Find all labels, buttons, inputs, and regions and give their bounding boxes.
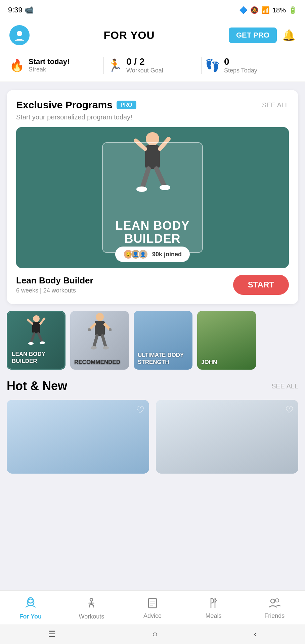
programs-see-all[interactable]: SEE ALL (262, 101, 289, 109)
bottom-navigation: For You Workouts Advice (0, 590, 305, 624)
pro-badge: PRO (117, 101, 136, 109)
workouts-icon (85, 596, 97, 608)
program-footer: Lean Body Builder 6 weeks | 24 workouts … (16, 275, 289, 295)
start-program-button[interactable]: START (233, 275, 289, 295)
header: FOR YOU GET PRO 🔔 (0, 20, 305, 50)
stat-divider-2 (201, 57, 202, 74)
hot-new-card-1[interactable]: ♡ (7, 400, 149, 474)
nav-for-you-label: For You (19, 613, 42, 620)
android-home-button[interactable]: ○ (152, 629, 158, 639)
hot-new-section: Hot & New SEE ALL ♡ ♡ (0, 379, 305, 474)
advice-icon (146, 597, 159, 609)
featured-inner-card: LEAN BODY BUILDER (102, 142, 203, 253)
workout-goal-stat: 🏃 0 / 2 Workout Goal (107, 56, 198, 74)
nav-friends-label: Friends (264, 612, 285, 620)
hot-new-cards: ♡ ♡ (7, 400, 298, 474)
nav-advice-label: Advice (143, 612, 162, 620)
svg-point-16 (40, 341, 45, 344)
page-title: FOR YOU (103, 29, 155, 42)
thumb-trainer-0 (26, 314, 46, 347)
programs-title: Exclusive Programs (16, 99, 113, 111)
program-carousel[interactable]: LEAN BODY BUILDER (7, 311, 298, 371)
hot-new-card-2[interactable]: ♡ (156, 400, 298, 474)
program-name: Lean Body Builder (16, 275, 93, 286)
carousel-label-2: Ultimate Body Strength (138, 352, 184, 366)
svg-point-44 (271, 599, 275, 603)
program-meta: 6 weeks | 24 workouts (16, 287, 93, 294)
get-pro-button[interactable]: GET PRO (229, 28, 277, 43)
carousel-label-0: LEAN BODY BUILDER (12, 351, 45, 365)
svg-line-11 (28, 320, 32, 324)
svg-point-45 (275, 599, 279, 602)
nav-meals[interactable]: Meals (183, 597, 244, 620)
carousel-label-3: John (201, 359, 217, 366)
exclusive-programs-card: Exclusive Programs PRO SEE ALL Start you… (7, 90, 298, 304)
svg-rect-18 (95, 321, 105, 336)
svg-point-9 (33, 315, 40, 322)
hot-new-header: Hot & New SEE ALL (7, 379, 298, 393)
workout-goal-label: Workout Goal (126, 67, 163, 74)
svg-point-0 (17, 31, 22, 36)
workout-goal-icon: 🏃 (107, 58, 122, 72)
nav-friends[interactable]: Friends (244, 597, 305, 620)
stat-divider-1 (103, 57, 104, 74)
steps-today-stat: 👣 0 Steps Today (205, 56, 296, 74)
steps-label: Steps Today (224, 67, 257, 74)
svg-point-25 (91, 346, 97, 350)
joined-count: 90k joined (152, 251, 182, 258)
joined-avatars: 😊 👤 👤 (123, 249, 148, 259)
svg-rect-21 (88, 328, 91, 331)
header-actions: GET PRO 🔔 (229, 28, 296, 43)
carousel-item-2[interactable]: Ultimate Body Strength (134, 311, 192, 370)
for-you-icon (25, 596, 37, 608)
status-bar: 9:39 📹 🔷 🔕 📶 18% 🔋 (0, 0, 305, 20)
programs-header: Exclusive Programs PRO SEE ALL (16, 99, 289, 111)
programs-subtitle: Start your personalized program today! (16, 113, 289, 121)
featured-program-name: LEAN BODY BUILDER (115, 219, 189, 246)
svg-line-14 (38, 333, 42, 341)
svg-line-13 (31, 333, 34, 342)
streak-stat: 🔥 Start today! Streak (9, 57, 100, 73)
streak-main: Start today! (29, 57, 70, 66)
stats-row: 🔥 Start today! Streak 🏃 0 / 2 Workout Go… (0, 50, 305, 82)
svg-line-24 (102, 336, 105, 346)
svg-point-15 (28, 342, 34, 345)
thumb-trainer-1 (88, 311, 112, 351)
notification-icon[interactable]: 🔔 (282, 29, 296, 42)
nav-workouts[interactable]: Workouts (61, 596, 122, 620)
nav-for-you[interactable]: For You (0, 596, 61, 620)
hot-new-see-all[interactable]: SEE ALL (271, 382, 298, 390)
nav-workouts-label: Workouts (79, 613, 104, 620)
streak-icon: 🔥 (9, 58, 25, 72)
svg-point-17 (96, 313, 104, 321)
main-content: Exclusive Programs PRO SEE ALL Start you… (0, 82, 305, 379)
svg-point-28 (28, 598, 33, 603)
status-icons: 🔷 🔕 📶 18% 🔋 (239, 6, 297, 14)
carousel-item-1[interactable]: Recommended (70, 311, 129, 370)
svg-line-23 (94, 336, 97, 346)
featured-program-banner[interactable]: LEAN BODY BUILDER 😊 👤 👤 90k joined (16, 127, 289, 268)
svg-rect-22 (109, 328, 112, 331)
android-menu-button[interactable]: ☰ (48, 629, 56, 639)
joined-pill: 😊 👤 👤 90k joined (115, 247, 190, 262)
status-time: 9:39 📹 (8, 6, 34, 14)
steps-value: 0 (224, 56, 257, 67)
friends-icon (268, 597, 280, 609)
steps-icon: 👣 (205, 58, 220, 72)
hot-new-title: Hot & New (7, 379, 67, 393)
favorite-icon-2[interactable]: ♡ (285, 405, 294, 416)
carousel-item-3[interactable]: John (197, 311, 256, 370)
nav-advice[interactable]: Advice (122, 597, 183, 620)
favorite-icon-1[interactable]: ♡ (136, 405, 144, 416)
android-back-button[interactable]: ‹ (254, 629, 257, 639)
carousel-label-1: Recommended (74, 359, 120, 366)
svg-point-26 (103, 346, 109, 350)
android-navigation: ☰ ○ ‹ (0, 624, 305, 644)
meals-icon (208, 597, 220, 609)
carousel-item-0[interactable]: LEAN BODY BUILDER (7, 311, 66, 370)
svg-rect-10 (32, 322, 40, 333)
streak-sub: Streak (29, 66, 70, 73)
nav-meals-label: Meals (206, 612, 222, 620)
avatar[interactable] (9, 25, 30, 45)
svg-line-12 (40, 319, 44, 324)
